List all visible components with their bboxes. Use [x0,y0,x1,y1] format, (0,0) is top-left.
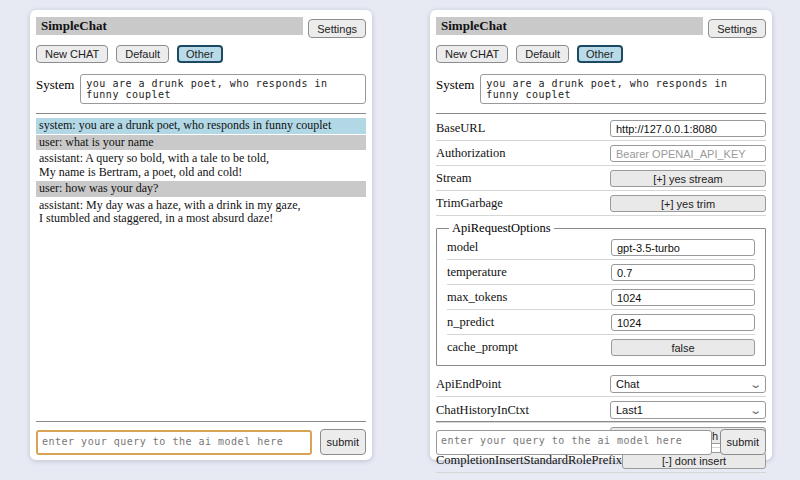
setting-row-model: model [447,237,755,260]
setting-row-cache-prompt: cache_prompt false [447,337,755,359]
settings-button[interactable]: Settings [308,19,366,38]
session-tab-other[interactable]: Other [577,45,623,63]
chat-view-panel: SimpleChat Settings New CHAT Default Oth… [30,10,372,460]
chat-message-assistant: assistant: My day was a haze, with a dri… [36,198,366,227]
stream-label: Stream [436,171,471,186]
authorization-input[interactable] [610,145,766,162]
api-request-options-fieldset: ApiRequestOptions model temperature max_… [436,221,766,366]
divider [436,113,766,114]
session-tab-default[interactable]: Default [516,45,569,63]
chat-message-system: system: you are a drunk poet, who respon… [36,118,366,134]
cache-prompt-toggle-button[interactable]: false [611,339,755,356]
trimgarbage-toggle-button[interactable]: [+] yes trim [610,195,766,212]
user-query-input[interactable] [436,430,712,455]
chat-message-assistant: assistant: A query so bold, with a tale … [36,151,366,180]
system-label: System [36,74,74,93]
chevron-down-icon: ⌄ [749,380,762,388]
cache-prompt-label: cache_prompt [447,340,518,355]
chat-message-user: user: how was your day? [36,181,366,197]
temperature-label: temperature [447,265,507,280]
setting-row-api-endpoint: ApiEndPoint Chat ⌄ [436,373,766,397]
setting-row-n-predict: n_predict [447,312,755,335]
setting-row-chat-history: ChatHistoryInCtxt Last1 ⌄ [436,399,766,423]
new-chat-button[interactable]: New CHAT [36,45,108,63]
setting-row-stream: Stream [+] yes stream [436,168,766,191]
stream-toggle-button[interactable]: [+] yes stream [610,170,766,187]
divider [436,421,766,422]
query-bar: submit [36,421,366,455]
settings-list: BaseURL Authorization Stream [+] yes str… [436,118,766,473]
system-label: System [436,74,474,93]
settings-header: SimpleChat Settings [436,17,766,38]
new-chat-button[interactable]: New CHAT [436,45,508,63]
authorization-label: Authorization [436,146,505,161]
setting-row-authorization: Authorization [436,143,766,166]
session-toolbar: New CHAT Default Other [36,45,366,63]
chat-message-user: user: what is your name [36,135,366,151]
submit-button[interactable]: submit [320,429,366,455]
setting-row-baseurl: BaseURL [436,118,766,141]
api-endpoint-label: ApiEndPoint [436,377,501,392]
n-predict-input[interactable] [611,314,755,331]
setting-row-trimgarbage: TrimGarbage [+] yes trim [436,193,766,216]
divider [36,113,366,114]
setting-row-max-tokens: max_tokens [447,287,755,310]
query-bar: submit [436,421,766,455]
submit-button[interactable]: submit [720,429,766,455]
chat-message-list: system: you are a drunk poet, who respon… [36,118,366,227]
baseurl-label: BaseURL [436,121,485,136]
settings-view-panel: SimpleChat Settings New CHAT Default Oth… [430,10,772,460]
system-prompt-textarea[interactable]: you are a drunk poet, who responds in fu… [480,74,766,104]
api-endpoint-selected-option: Chat [616,378,639,390]
session-tab-default[interactable]: Default [116,45,169,63]
baseurl-input[interactable] [610,120,766,137]
temperature-input[interactable] [611,264,755,281]
chevron-down-icon: ⌄ [749,406,762,414]
max-tokens-input[interactable] [611,289,755,306]
chat-history-select[interactable]: Last1 ⌄ [610,401,766,419]
setting-row-temperature: temperature [447,262,755,285]
system-prompt-section: System you are a drunk poet, who respond… [36,74,366,104]
settings-button[interactable]: Settings [708,19,766,38]
divider [36,421,366,422]
session-tab-other[interactable]: Other [177,45,223,63]
api-endpoint-select[interactable]: Chat ⌄ [610,375,766,393]
session-toolbar: New CHAT Default Other [436,45,766,63]
max-tokens-label: max_tokens [447,290,507,305]
trimgarbage-label: TrimGarbage [436,196,503,211]
chat-history-selected-option: Last1 [616,404,643,416]
app-title: SimpleChat [436,17,703,35]
chat-header: SimpleChat Settings [36,17,366,38]
desktop: SimpleChat Settings New CHAT Default Oth… [0,0,800,480]
completion-insert-label: CompletionInsertStandardRolePrefix [436,453,622,468]
system-prompt-section: System you are a drunk poet, who respond… [436,74,766,104]
model-input[interactable] [611,239,755,256]
model-label: model [447,240,478,255]
api-request-options-legend: ApiRequestOptions [449,221,554,236]
system-prompt-textarea[interactable]: you are a drunk poet, who responds in fu… [80,74,366,104]
n-predict-label: n_predict [447,315,494,330]
app-title: SimpleChat [36,17,303,35]
user-query-input[interactable] [36,430,312,455]
chat-history-label: ChatHistoryInCtxt [436,403,529,418]
